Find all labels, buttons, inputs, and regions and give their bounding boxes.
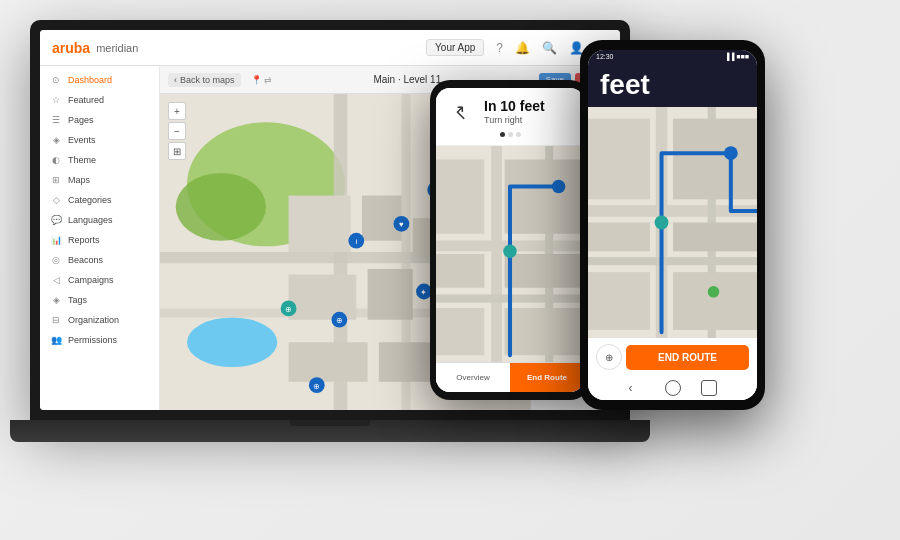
organization-icon: ⊟ (50, 315, 62, 325)
logo-area: aruba meridian (52, 40, 138, 56)
featured-icon: ☆ (50, 95, 62, 105)
notification-icon: 🔔 (515, 41, 530, 55)
svg-point-62 (708, 286, 720, 298)
sidebar-item-campaigns[interactable]: ◁ Campaigns (40, 270, 159, 290)
svg-rect-15 (289, 342, 368, 382)
svg-point-48 (552, 180, 566, 194)
campaigns-icon: ◁ (50, 275, 62, 285)
pages-icon: ☰ (50, 115, 62, 125)
svg-rect-9 (362, 196, 402, 241)
overview-tab[interactable]: Overview (436, 363, 510, 392)
svg-rect-59 (673, 272, 757, 330)
maps-icon: ⊞ (50, 175, 62, 185)
phone2-statusbar: 12:30 ▐▐ ■■■ (588, 50, 757, 63)
end-route-button[interactable]: END ROUTE (626, 345, 749, 370)
svg-rect-46 (505, 308, 584, 355)
sidebar-item-organization[interactable]: ⊟ Organization (40, 310, 159, 330)
sidebar-item-languages[interactable]: 💬 Languages (40, 210, 159, 230)
turn-icon: ↱ (448, 98, 476, 126)
turn-arrow-icon: ↱ (449, 99, 475, 125)
zoom-out-button[interactable]: − (168, 122, 186, 140)
tags-icon: ◈ (50, 295, 62, 305)
end-route-tab-button[interactable]: End Route (510, 363, 584, 392)
svg-rect-43 (436, 254, 484, 288)
phone2-end-area: ⊕ END ROUTE (588, 338, 757, 376)
sidebar-item-permissions[interactable]: 👥 Permissions (40, 330, 159, 350)
sidebar-item-beacons[interactable]: ◎ Beacons (40, 250, 159, 270)
languages-icon: 💬 (50, 215, 62, 225)
sidebar-item-reports[interactable]: 📊 Reports (40, 230, 159, 250)
dot-2 (516, 132, 521, 137)
search-icon[interactable]: 🔍 (542, 41, 557, 55)
svg-text:i: i (355, 237, 357, 246)
dot-1 (508, 132, 513, 137)
compass-button[interactable]: ⊕ (596, 344, 622, 370)
dashboard-icon: ⊙ (50, 75, 62, 85)
svg-text:⊕: ⊕ (285, 305, 292, 314)
phone1-screen: ↱ In 10 feet Turn right (436, 88, 584, 392)
phone1-map (436, 146, 584, 362)
sidebar-item-dashboard[interactable]: ⊙ Dashboard (40, 70, 159, 90)
dot-active (500, 132, 505, 137)
sidebar-item-maps[interactable]: ⊞ Maps (40, 170, 159, 190)
app-topbar: aruba meridian Your App ? 🔔 🔍 👤 → (40, 30, 620, 66)
logo-meridian: meridian (96, 42, 138, 54)
permissions-icon: 👥 (50, 335, 62, 345)
svg-rect-54 (588, 119, 650, 200)
fit-button[interactable]: ⊞ (168, 142, 186, 160)
zoom-in-button[interactable]: + (168, 102, 186, 120)
svg-text:✦: ✦ (421, 288, 428, 297)
svg-point-2 (176, 173, 266, 241)
svg-rect-57 (673, 223, 757, 252)
phone2-screen: 12:30 ▐▐ ■■■ feet (588, 50, 757, 400)
phone1-map-svg (436, 146, 584, 362)
logo-aruba: aruba (52, 40, 90, 56)
android-back-button[interactable]: ‹ (629, 380, 645, 396)
nav-instruction: ↱ In 10 feet Turn right (448, 98, 572, 126)
phone2-map-svg (588, 107, 757, 338)
android-home-button[interactable] (665, 380, 681, 396)
big-distance-label: feet (600, 71, 745, 99)
phone1-bottom-bar: Overview End Route (436, 362, 584, 392)
sidebar-item-featured[interactable]: ☆ Featured (40, 90, 159, 110)
help-icon: ? (496, 41, 503, 55)
sidebar-item-tags[interactable]: ◈ Tags (40, 290, 159, 310)
svg-rect-41 (436, 160, 484, 234)
svg-rect-44 (505, 254, 584, 288)
svg-rect-38 (491, 146, 502, 362)
phone1-body: ↱ In 10 feet Turn right (430, 80, 590, 400)
reports-icon: 📊 (50, 235, 62, 245)
svg-rect-52 (588, 257, 757, 265)
events-icon: ◈ (50, 135, 62, 145)
svg-point-3 (187, 317, 277, 367)
phone2-header: feet (588, 63, 757, 107)
your-app-button[interactable]: Your App (426, 39, 484, 56)
nav-distance: In 10 feet (484, 99, 572, 114)
phone2: 12:30 ▐▐ ■■■ feet (580, 40, 765, 410)
svg-rect-13 (368, 269, 413, 320)
sidebar: ⊙ Dashboard ☆ Featured ☰ Pages ◈ (40, 66, 160, 410)
svg-rect-58 (588, 272, 650, 330)
nav-dots (448, 132, 572, 137)
phone1: ↱ In 10 feet Turn right (430, 80, 590, 400)
sidebar-item-theme[interactable]: ◐ Theme (40, 150, 159, 170)
svg-point-60 (655, 216, 669, 230)
android-recents-button[interactable] (701, 380, 717, 396)
beacons-icon: ◎ (50, 255, 62, 265)
phone2-body: 12:30 ▐▐ ■■■ feet (580, 40, 765, 410)
sidebar-item-categories[interactable]: ◇ Categories (40, 190, 159, 210)
phone2-map (588, 107, 757, 338)
svg-text:⊕: ⊕ (313, 382, 320, 391)
map-controls: + − ⊞ (168, 102, 186, 160)
svg-point-47 (503, 245, 517, 258)
theme-icon: ◐ (50, 155, 62, 165)
svg-rect-12 (289, 275, 357, 320)
svg-text:♥: ♥ (399, 220, 404, 229)
sidebar-item-events[interactable]: ◈ Events (40, 130, 159, 150)
categories-icon: ◇ (50, 195, 62, 205)
svg-rect-16 (379, 342, 435, 382)
svg-rect-45 (436, 308, 484, 355)
sidebar-item-pages[interactable]: ☰ Pages (40, 110, 159, 130)
svg-text:⊕: ⊕ (336, 316, 343, 325)
back-to-maps-button[interactable]: ‹ Back to maps (168, 73, 241, 87)
